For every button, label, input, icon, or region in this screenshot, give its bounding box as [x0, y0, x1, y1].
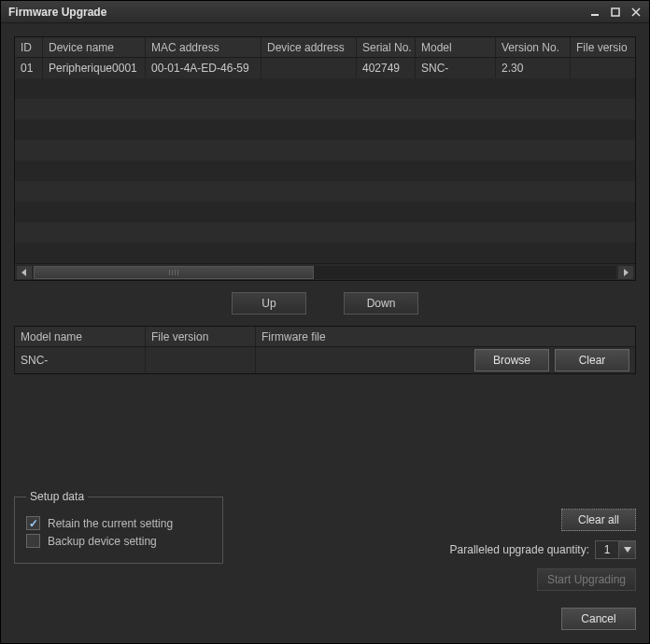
- svg-rect-1: [612, 8, 619, 16]
- svg-rect-0: [591, 14, 599, 16]
- table-row[interactable]: [15, 119, 635, 140]
- firmware-table-header: Model name File version Firmware file: [15, 327, 635, 347]
- device-table-header: ID Device name MAC address Device addres…: [15, 37, 635, 58]
- table-row[interactable]: [15, 222, 635, 243]
- content-area: ID Device name MAC address Device addres…: [1, 23, 649, 643]
- table-row[interactable]: [15, 243, 635, 263]
- maximize-button[interactable]: [606, 5, 625, 20]
- backup-label: Backup device setting: [48, 535, 157, 548]
- scroll-thumb[interactable]: [34, 266, 314, 279]
- titlebar[interactable]: Firmware Upgrade: [1, 1, 649, 23]
- scroll-right-icon[interactable]: [618, 266, 633, 279]
- cell-addr: [261, 58, 357, 78]
- scroll-track[interactable]: [34, 266, 616, 279]
- device-table: ID Device name MAC address Device addres…: [14, 36, 636, 281]
- horizontal-scrollbar[interactable]: [15, 263, 635, 280]
- retain-setting-checkbox[interactable]: Retain the current setting: [26, 516, 211, 530]
- order-button-row: Up Down: [14, 281, 636, 326]
- checkbox-icon: [26, 534, 40, 548]
- cell-ver: 2.30: [496, 58, 571, 78]
- cell-name: Peripherique0001: [43, 58, 146, 78]
- close-button[interactable]: [627, 5, 645, 20]
- spinner-value: 1: [596, 541, 618, 558]
- down-button[interactable]: Down: [344, 292, 418, 315]
- browse-button[interactable]: Browse: [474, 349, 549, 371]
- start-upgrading-button[interactable]: Start Upgrading: [537, 568, 636, 591]
- firmware-table: Model name File version Firmware file SN…: [14, 326, 636, 374]
- table-row[interactable]: [15, 181, 635, 202]
- col-name[interactable]: Device name: [43, 37, 146, 57]
- table-row[interactable]: [15, 202, 635, 222]
- col-model[interactable]: Model: [416, 37, 496, 57]
- col-serial[interactable]: Serial No.: [357, 37, 416, 57]
- firmware-upgrade-window: Firmware Upgrade ID Device name MAC addr…: [0, 0, 650, 644]
- bottom-area: Setup data Retain the current setting Ba…: [14, 384, 636, 630]
- cell-firmware-file: Browse Clear: [256, 347, 635, 373]
- cell-serial: 402749: [357, 58, 416, 78]
- backup-setting-checkbox[interactable]: Backup device setting: [26, 534, 211, 548]
- spinner-dropdown-icon[interactable]: [618, 541, 635, 558]
- firmware-row[interactable]: SNC- Browse Clear: [15, 347, 635, 373]
- col-ver[interactable]: Version No.: [496, 37, 571, 57]
- cancel-button[interactable]: Cancel: [561, 608, 636, 630]
- scroll-left-icon[interactable]: [17, 266, 32, 279]
- retain-label: Retain the current setting: [48, 517, 173, 530]
- setup-data-group: Setup data Retain the current setting Ba…: [14, 490, 223, 564]
- table-row[interactable]: [15, 140, 635, 161]
- cell-file-version: [146, 347, 256, 373]
- col-firmware-file[interactable]: Firmware file: [256, 327, 635, 346]
- paralleled-quantity-row: Paralleled upgrade quantity: 1: [450, 540, 636, 559]
- table-row[interactable]: [15, 78, 635, 99]
- right-action-column: Clear all Paralleled upgrade quantity: 1…: [450, 509, 636, 591]
- paralleled-label: Paralleled upgrade quantity:: [450, 543, 589, 556]
- col-addr[interactable]: Device address: [261, 37, 357, 57]
- table-row[interactable]: 01 Peripherique0001 00-01-4A-ED-46-59 40…: [15, 58, 635, 78]
- checkbox-icon: [26, 516, 40, 530]
- up-button[interactable]: Up: [232, 292, 306, 315]
- cell-model: SNC-: [416, 58, 496, 78]
- paralleled-quantity-spinner[interactable]: 1: [595, 540, 636, 559]
- minimize-button[interactable]: [586, 5, 604, 20]
- setup-legend: Setup data: [26, 490, 88, 503]
- clear-all-button[interactable]: Clear all: [561, 509, 636, 531]
- col-model-name[interactable]: Model name: [15, 327, 146, 346]
- cell-model-name: SNC-: [15, 347, 146, 373]
- table-row[interactable]: [15, 161, 635, 181]
- col-mac[interactable]: MAC address: [146, 37, 261, 57]
- cell-filever: [571, 58, 635, 78]
- col-file-version[interactable]: File version: [146, 327, 256, 346]
- cell-id: 01: [15, 58, 43, 78]
- cancel-row: Cancel: [561, 608, 636, 630]
- clear-button[interactable]: Clear: [555, 349, 629, 371]
- col-filever[interactable]: File versio: [571, 37, 635, 57]
- table-row[interactable]: [15, 99, 635, 119]
- cell-mac: 00-01-4A-ED-46-59: [146, 58, 261, 78]
- device-table-body: 01 Peripherique0001 00-01-4A-ED-46-59 40…: [15, 58, 635, 263]
- window-title: Firmware Upgrade: [8, 6, 584, 19]
- col-id[interactable]: ID: [15, 37, 43, 57]
